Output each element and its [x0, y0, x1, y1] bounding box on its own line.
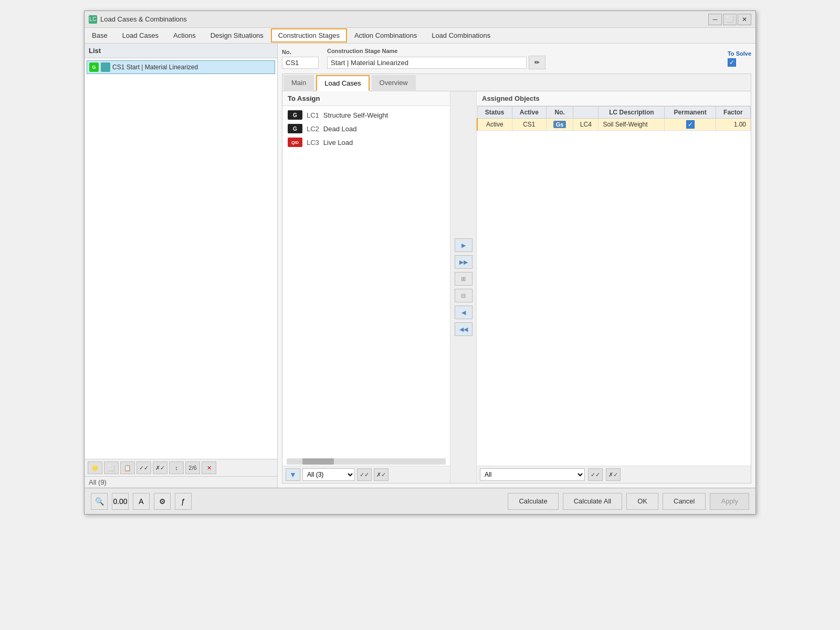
window-title: Load Cases & Combinations [100, 15, 187, 23]
menu-actions[interactable]: Actions [166, 29, 203, 42]
calculate-button[interactable]: Calculate [508, 493, 558, 510]
col-lc-desc: LC Description [598, 107, 665, 119]
menu-design-situations[interactable]: Design Situations [204, 29, 270, 42]
list-header: List [85, 44, 277, 58]
assign-name-lc1: Structure Self-Weight [323, 111, 388, 119]
cell-description: Soil Self-Weight [598, 119, 665, 131]
duplicate-button[interactable]: ⬜ [104, 461, 119, 474]
transfer-grid-add[interactable]: ⊞ [455, 272, 472, 286]
cell-permanent: ✓ [665, 119, 716, 131]
to-solve-checkbox[interactable]: ✓ [728, 58, 736, 67]
list-item-label: CS1 Start | Material Linearized [112, 64, 198, 71]
assign-badge-g1: G [288, 110, 302, 120]
to-solve-label: To Solve [728, 50, 751, 57]
no-label: No. [282, 49, 319, 55]
transfer-grid-remove[interactable]: ⊟ [455, 289, 472, 302]
check-all-button[interactable]: ✓✓ [136, 461, 151, 474]
cancel-button[interactable]: Cancel [663, 493, 706, 510]
window-controls: ─ ⬜ ✕ [708, 14, 751, 25]
delete-button[interactable]: 📋 [120, 461, 135, 474]
tab-load-cases[interactable]: Load Cases [316, 75, 369, 91]
action-bar-left: 🔍 0.00 A ⚙ ƒ [91, 493, 192, 510]
close-button[interactable]: ✕ [738, 14, 751, 25]
assign-filter-select[interactable]: All (3) Active Inactive [302, 468, 355, 481]
settings-icon-btn[interactable]: ⚙ [154, 493, 171, 510]
content-area: List G CS1 Start | Material Linearized 🌟… [85, 44, 755, 488]
cell-badge: Gs [553, 121, 566, 128]
assign-item-lc3[interactable]: QID LC3 Live Load [282, 135, 450, 149]
menu-load-combinations[interactable]: Load Combinations [425, 29, 497, 42]
uncheck-assign-button[interactable]: ✗✓ [374, 468, 388, 481]
left-panel: List G CS1 Start | Material Linearized 🌟… [85, 44, 278, 488]
menu-base[interactable]: Base [85, 29, 114, 42]
assign-badge-g2: G [288, 124, 302, 133]
calculate-all-button[interactable]: Calculate All [563, 493, 623, 510]
menu-construction-stages[interactable]: Construction Stages [271, 28, 347, 43]
edit-name-button[interactable]: ✏ [529, 56, 545, 69]
search-icon-btn[interactable]: 🔍 [91, 493, 108, 510]
number-icon-btn[interactable]: 0.00 [112, 493, 129, 510]
table-row[interactable]: Active CS1 Gs LC4 Soil Self-Weight [477, 119, 751, 131]
col-no: No. [546, 107, 573, 119]
check-assign-button[interactable]: ✓✓ [357, 468, 372, 481]
menu-load-cases[interactable]: Load Cases [116, 29, 165, 42]
uncheck-assigned-button[interactable]: ✗✓ [606, 468, 621, 481]
clear-button[interactable]: ✕ [202, 461, 216, 474]
tab-content: To Assign G LC1 Structure Self-Weight G [282, 91, 751, 483]
ok-button[interactable]: OK [626, 493, 658, 510]
assigned-table[interactable]: Status Active No. LC Description Permane… [477, 106, 751, 466]
assign-scrollbar[interactable] [287, 458, 446, 465]
filter-button[interactable]: ▼ [286, 468, 300, 481]
maximize-button[interactable]: ⬜ [723, 14, 737, 25]
tab-main[interactable]: Main [284, 75, 314, 91]
menu-bar: Base Load Cases Actions Design Situation… [85, 28, 755, 44]
assigned-filter-select[interactable]: All Active Inactive [480, 468, 585, 481]
assign-code-lc3: LC3 [307, 139, 319, 146]
cell-status: Active [477, 119, 512, 131]
minimize-button[interactable]: ─ [708, 14, 722, 25]
tabs: Main Load Cases Overview [282, 74, 751, 91]
right-panel: No. Construction Stage Name ✏ To Solve ✓ [278, 44, 755, 488]
tab-overview[interactable]: Overview [372, 75, 416, 91]
apply-button[interactable]: Apply [710, 493, 749, 510]
assign-item-lc1[interactable]: G LC1 Structure Self-Weight [282, 108, 450, 122]
stage-header: No. Construction Stage Name ✏ To Solve ✓ [282, 48, 751, 69]
assign-list: G LC1 Structure Self-Weight G LC2 Dead L… [282, 106, 450, 457]
add-stage-button[interactable]: 🌟 [88, 461, 102, 474]
action-bar: 🔍 0.00 A ⚙ ƒ Calculate Calculate All OK … [85, 488, 755, 514]
uncheck-button[interactable]: ✗✓ [153, 461, 167, 474]
assign-code-lc1: LC1 [307, 111, 319, 119]
assign-item-lc2[interactable]: G LC2 Dead Load [282, 122, 450, 135]
col-permanent: Permanent [665, 107, 716, 119]
assigned-footer: All Active Inactive ✓✓ ✗✓ [477, 466, 751, 483]
sort-button[interactable]: ↕ [169, 461, 184, 474]
permanent-checkbox[interactable]: ✓ [686, 120, 695, 129]
list-footer: All (9) [85, 476, 277, 488]
assigned-panel: Assigned Objects Status Active No. [477, 91, 751, 483]
menu-action-combinations[interactable]: Action Combinations [348, 29, 424, 42]
assigned-header: Assigned Objects [477, 91, 751, 106]
stage-no-input[interactable] [282, 57, 319, 69]
number-button[interactable]: 2/6 [185, 461, 200, 474]
transfer-back-all[interactable]: ◀◀ [455, 322, 472, 336]
app-icon: LC [89, 15, 97, 24]
list-area[interactable]: G CS1 Start | Material Linearized [85, 58, 277, 459]
formula-icon-btn[interactable]: ƒ [175, 493, 192, 510]
action-bar-right: Calculate Calculate All OK Cancel Apply [508, 493, 749, 510]
list-item[interactable]: G CS1 Start | Material Linearized [87, 60, 275, 74]
check-assigned-button[interactable]: ✓✓ [588, 468, 603, 481]
transfer-back-one[interactable]: ◀ [455, 306, 472, 319]
main-window: LC Load Cases & Combinations ─ ⬜ ✕ Base … [84, 10, 756, 514]
assign-badge-qid: QID [288, 138, 302, 147]
assign-name-lc3: Live Load [323, 139, 353, 146]
name-label: Construction Stage Name [327, 48, 719, 54]
assign-name-lc2: Dead Load [323, 125, 357, 133]
transfer-forward-one[interactable]: ▶ [455, 238, 472, 252]
cell-active: CS1 [512, 119, 546, 131]
text-icon-btn[interactable]: A [133, 493, 150, 510]
transfer-forward-all[interactable]: ▶▶ [455, 255, 472, 269]
col-badge [573, 107, 598, 119]
stage-name-input[interactable] [327, 57, 527, 69]
cell-badge-container: Gs [546, 119, 573, 131]
to-assign-panel: To Assign G LC1 Structure Self-Weight G [282, 91, 450, 483]
